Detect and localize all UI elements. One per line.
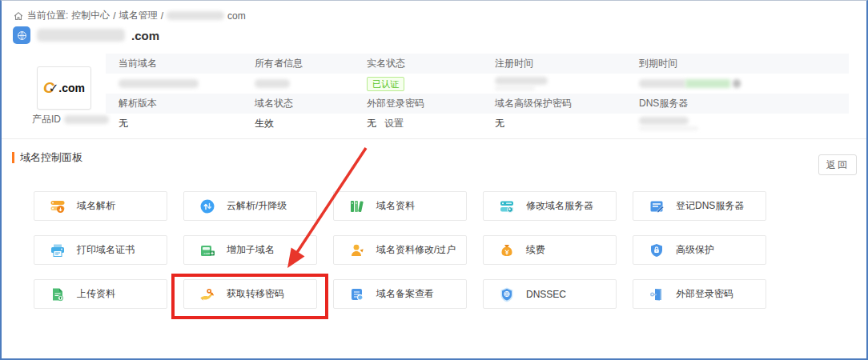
- external-password-none: 无: [367, 117, 376, 130]
- panel-card-label: 上传资料: [77, 287, 115, 301]
- section-accent-bar: [12, 152, 14, 163]
- field-label: DNS服务器: [626, 94, 849, 114]
- panel-card-label: 域名资料修改/过户: [376, 243, 456, 257]
- panel-card[interactable]: 域名资料修改/过户: [333, 235, 467, 265]
- svg-text:.com: .com: [203, 251, 211, 255]
- breadcrumb-domain-redacted: [167, 11, 224, 20]
- panel-card[interactable]: 云解析/升降级: [183, 191, 317, 221]
- product-id-label: 产品ID: [32, 113, 61, 126]
- panel-card-label: 续费: [526, 243, 545, 257]
- product-id: 产品ID: [32, 113, 109, 126]
- domain-info-table: 当前域名 所有者信息 实名状态 注册时间 到期时间 已认证 解析版本 域名状态 …: [106, 54, 849, 134]
- breadcrumb: 当前位置: 控制中心 / 域名管理 / com: [13, 9, 246, 22]
- breadcrumb-domain-suffix: com: [227, 10, 246, 22]
- panel-card[interactable]: 修改域名服务器: [483, 191, 617, 221]
- panel-card[interactable]: 打印域名证书: [34, 235, 167, 265]
- panel-card-label: 域名解析: [77, 199, 115, 213]
- panel-card[interactable]: .com增加子域名: [183, 235, 317, 265]
- resolve-version-value: 无: [106, 114, 242, 134]
- breadcrumb-item-control-center[interactable]: 控制中心: [71, 9, 110, 22]
- field-label: 到期时间: [626, 54, 849, 74]
- panel-card-label: 修改域名服务器: [526, 199, 593, 213]
- register-time-value: [482, 74, 626, 94]
- field-label: 注册时间: [482, 54, 626, 74]
- domain-info-icon: [349, 198, 365, 214]
- panel-card-label: 外部登录密码: [676, 287, 733, 301]
- panel-card[interactable]: 续费: [483, 235, 617, 265]
- product-logo: C ✓ .com: [37, 66, 91, 110]
- section-header: 域名控制面板: [12, 150, 82, 165]
- realname-status-value: 已认证: [354, 74, 482, 94]
- panel-card[interactable]: 域名解析: [34, 191, 167, 221]
- domain-resolution-icon: [50, 198, 66, 214]
- panel-card-label: 云解析/升降级: [227, 199, 287, 213]
- advanced-protection-icon: [649, 242, 665, 258]
- domain-title-row: .com: [13, 26, 159, 44]
- add-subdomain-icon: .com: [199, 242, 215, 258]
- icp-lookup-icon: [349, 286, 365, 302]
- panel-card-label: 打印域名证书: [77, 243, 135, 257]
- logo-com: .com: [58, 82, 85, 94]
- dns-server-value: [626, 114, 849, 134]
- breadcrumb-prefix: 当前位置:: [27, 9, 68, 22]
- home-icon: [13, 10, 24, 22]
- breadcrumb-item-domain-manage[interactable]: 域名管理: [119, 9, 158, 22]
- external-login-password-icon: [649, 286, 665, 302]
- panel-card[interactable]: 高级保护: [633, 235, 766, 265]
- current-domain-value: [106, 74, 242, 94]
- modify-transfer-icon: [349, 242, 365, 258]
- field-label: 外部登录密码: [354, 94, 482, 114]
- panel-card-label: 获取转移密码: [227, 287, 284, 301]
- control-panel-cards: 域名解析云解析/升降级域名资料修改域名服务器登记DNS服务器打印域名证书.com…: [34, 191, 766, 309]
- panel-card[interactable]: 域名资料: [333, 191, 467, 221]
- domain-manage-page: 当前位置: 控制中心 / 域名管理 / com .com C ✓ .com 产品…: [0, 0, 868, 360]
- panel-card-label: 登记DNS服务器: [676, 199, 744, 213]
- owner-info-value: [242, 74, 354, 94]
- panel-card[interactable]: DNSSEC: [483, 279, 617, 309]
- panel-card-label: 增加子域名: [227, 243, 275, 257]
- panel-card-label: 域名资料: [376, 199, 415, 213]
- panel-card-label: 高级保护: [676, 243, 714, 257]
- register-dns-server-icon: [649, 198, 665, 214]
- panel-card[interactable]: 域名备案查看: [333, 279, 467, 309]
- product-id-redacted: [64, 115, 109, 124]
- panel-card-label: DNSSEC: [526, 289, 566, 300]
- field-label: 所有者信息: [242, 54, 354, 74]
- field-label: 域名高级保护密码: [482, 94, 626, 114]
- panel-card[interactable]: 上传资料: [34, 279, 167, 309]
- panel-card[interactable]: 外部登录密码: [633, 279, 766, 309]
- domain-name-redacted: [37, 29, 125, 42]
- protect-password-value: 无: [482, 114, 626, 134]
- breadcrumb-separator: /: [113, 10, 115, 22]
- external-password-value: 无 设置: [354, 114, 482, 134]
- set-password-link[interactable]: 设置: [384, 117, 404, 130]
- section-divider: [2, 138, 866, 139]
- back-button[interactable]: 返回: [818, 154, 857, 175]
- renew-icon: [499, 242, 515, 258]
- section-title: 域名控制面板: [20, 150, 82, 165]
- field-label: 解析版本: [106, 94, 242, 114]
- breadcrumb-separator: /: [161, 10, 163, 22]
- panel-card[interactable]: 获取转移密码: [183, 279, 317, 309]
- verified-badge: 已认证: [367, 77, 404, 91]
- logo-check-icon: ✓: [49, 81, 59, 95]
- field-label: 域名状态: [242, 94, 354, 114]
- cloud-upgrade-icon: [199, 198, 215, 214]
- upload-info-icon: [50, 286, 66, 302]
- print-certificate-icon: [50, 242, 66, 258]
- dnssec-icon: [499, 286, 515, 302]
- field-label: 实名状态: [354, 54, 482, 74]
- get-transfer-password-icon: [199, 286, 215, 302]
- expire-time-value: [626, 74, 849, 94]
- domain-status-value: 生效: [242, 114, 354, 134]
- globe-icon: [13, 26, 30, 44]
- panel-card[interactable]: 登记DNS服务器: [633, 191, 766, 221]
- modify-dns-server-icon: [499, 198, 515, 214]
- field-label: 当前域名: [106, 54, 242, 74]
- panel-card-label: 域名备案查看: [376, 287, 434, 301]
- domain-title-suffix: .com: [131, 29, 159, 42]
